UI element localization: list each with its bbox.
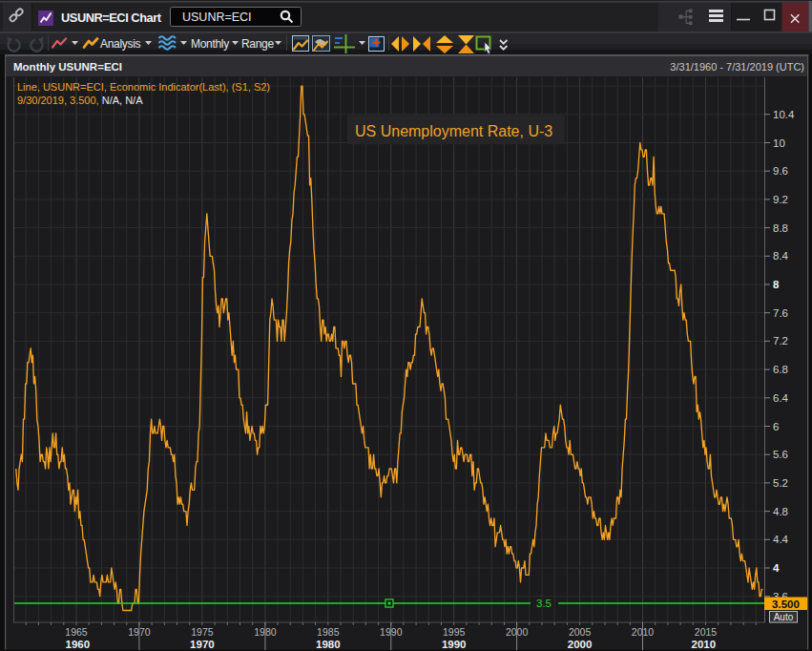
svg-text:3/31/1960 - 7/31/2019 (UTC): 3/31/1960 - 7/31/2019 (UTC) — [670, 61, 804, 73]
svg-text:6.4: 6.4 — [773, 392, 789, 404]
svg-text:2000: 2000 — [568, 639, 593, 650]
svg-text:8.8: 8.8 — [773, 222, 788, 234]
svg-text:Line, USUNR=ECI, Economic Indi: Line, USUNR=ECI, Economic Indicator(Last… — [17, 81, 270, 93]
svg-text:4.4: 4.4 — [773, 534, 789, 545]
svg-text:9.2: 9.2 — [773, 194, 788, 205]
svg-text:9/30/2019, 3.500, N/A, N/A: 9/30/2019, 3.500, N/A, N/A — [17, 94, 143, 106]
svg-text:8: 8 — [773, 279, 780, 290]
svg-text:6: 6 — [773, 421, 779, 432]
svg-text:1985: 1985 — [317, 626, 340, 638]
svg-text:6.8: 6.8 — [773, 364, 788, 375]
svg-text:Auto: Auto — [774, 612, 794, 622]
svg-text:2015: 2015 — [695, 626, 718, 638]
svg-text:1960: 1960 — [66, 639, 91, 650]
svg-text:3.500: 3.500 — [772, 598, 800, 610]
svg-text:USUNR=ECI Chart: USUNR=ECI Chart — [61, 10, 162, 25]
svg-text:USUNR=ECI: USUNR=ECI — [182, 10, 252, 24]
svg-text:5.2: 5.2 — [773, 477, 788, 489]
svg-text:1965: 1965 — [65, 626, 88, 638]
svg-text:1970: 1970 — [190, 639, 215, 650]
svg-text:Monthly: Monthly — [191, 37, 229, 51]
svg-text:1975: 1975 — [191, 626, 214, 638]
svg-text:9.6: 9.6 — [773, 165, 788, 177]
svg-text:8.4: 8.4 — [773, 250, 789, 262]
svg-text:7.6: 7.6 — [773, 307, 788, 319]
svg-text:7.2: 7.2 — [773, 335, 788, 346]
svg-text:3.5: 3.5 — [536, 598, 552, 609]
svg-text:Range: Range — [241, 37, 274, 51]
svg-text:Monthly USUNR=ECI: Monthly USUNR=ECI — [13, 61, 122, 73]
svg-text:2010: 2010 — [692, 639, 717, 650]
svg-text:2005: 2005 — [569, 626, 592, 638]
svg-text:Analysis: Analysis — [100, 37, 141, 51]
svg-text:1995: 1995 — [443, 626, 466, 638]
svg-text:10: 10 — [773, 137, 785, 149]
svg-text:5.6: 5.6 — [773, 449, 788, 460]
svg-text:1980: 1980 — [316, 639, 341, 650]
svg-text:4.8: 4.8 — [773, 506, 788, 517]
svg-text:US Unemployment Rate, U-3: US Unemployment Rate, U-3 — [355, 123, 552, 139]
svg-text:1990: 1990 — [442, 639, 467, 650]
svg-text:4: 4 — [773, 562, 780, 574]
svg-text:10.4: 10.4 — [773, 109, 795, 120]
